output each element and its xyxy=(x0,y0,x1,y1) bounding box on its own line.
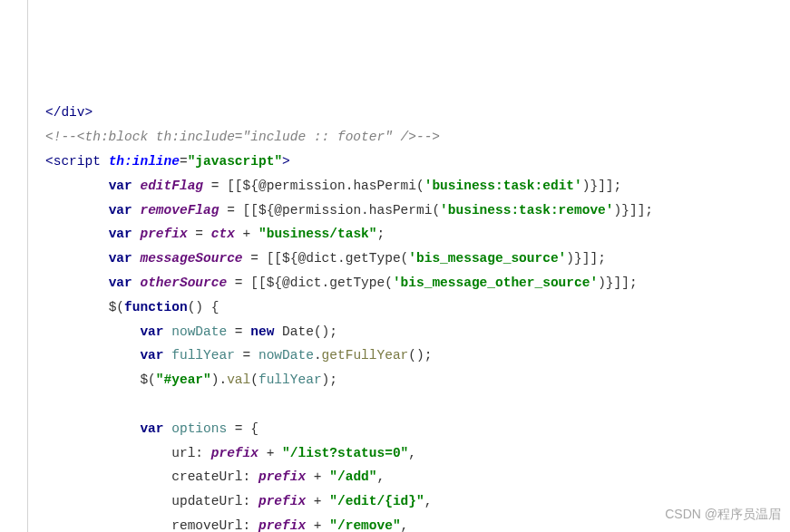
code-line: var options = { xyxy=(45,421,258,436)
code-line: var messageSource = [[${@dict.getType('b… xyxy=(45,251,606,266)
code-line: var nowDate = new Date(); xyxy=(45,324,337,339)
code-line: var editFlag = [[${@permission.hasPermi(… xyxy=(45,179,621,193)
code-line: $("#year").val(fullYear); xyxy=(45,372,337,387)
comment: <!--<th:block th:include="include :: foo… xyxy=(45,130,440,144)
var-removeFlag: removeFlag xyxy=(140,203,219,218)
code-line: var prefix = ctx + "business/task"; xyxy=(45,227,385,241)
watermark: CSDN @程序员温眉 xyxy=(665,503,781,527)
code-line: var removeFlag = [[${@permission.hasPerm… xyxy=(45,203,653,218)
var-editFlag: editFlag xyxy=(140,179,203,193)
script-tag: script xyxy=(54,154,101,169)
code-line: <script th:inline="javascript"> xyxy=(45,154,290,169)
code-line: var otherSource = [[${@dict.getType('bis… xyxy=(45,276,638,290)
var-prefix: prefix xyxy=(140,227,187,241)
code-line: $(function() { xyxy=(45,300,219,314)
code-line: removeUrl: prefix + "/remove", xyxy=(45,518,408,532)
var-nowDate: nowDate xyxy=(171,324,227,339)
code-line: createUrl: prefix + "/add", xyxy=(45,469,385,484)
code-line: <!--<th:block th:include="include :: foo… xyxy=(45,130,440,144)
div-tag: div xyxy=(61,105,84,120)
code-line: updateUrl: prefix + "/edit/{id}", xyxy=(45,494,432,508)
var-options: options xyxy=(171,421,227,436)
code-line: </div> xyxy=(45,105,93,120)
var-otherSource: otherSource xyxy=(140,276,227,290)
blank-line xyxy=(45,397,54,411)
attr-thinline: th:inline xyxy=(109,154,180,169)
code-line: var fullYear = nowDate.getFullYear(); xyxy=(45,348,432,363)
var-messageSource: messageSource xyxy=(140,251,242,266)
var-fullYear: fullYear xyxy=(171,348,235,363)
code-line: url: prefix + "/list?status=0", xyxy=(45,446,416,460)
